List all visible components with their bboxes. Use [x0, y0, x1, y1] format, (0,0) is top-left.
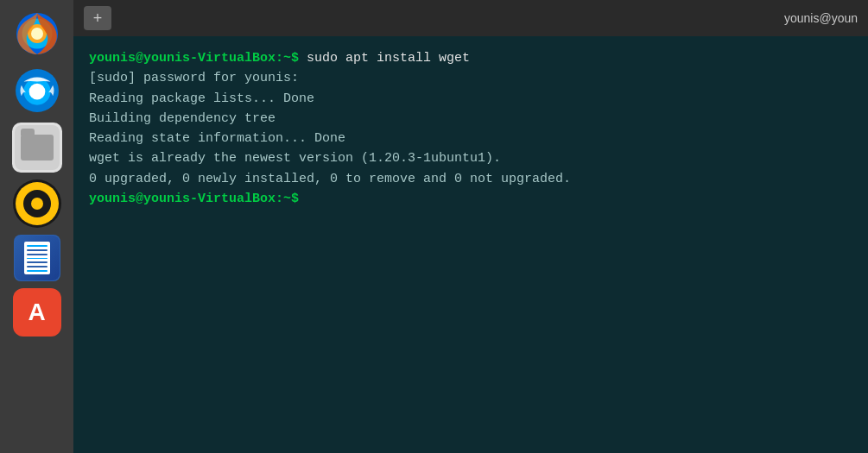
- sidebar-item-files[interactable]: [12, 123, 62, 173]
- sidebar-item-writer[interactable]: [14, 235, 60, 281]
- terminal-line-8: younis@younis-VirtualBox:~$: [89, 189, 852, 209]
- sidebar-item-appstore[interactable]: A: [13, 288, 61, 337]
- terminal-line-5: Reading state information... Done: [89, 129, 852, 148]
- sidebar: A: [0, 0, 73, 453]
- terminal-line-2: [sudo] password for younis:: [89, 68, 852, 88]
- prompt-1: younis@younis-VirtualBox:~$: [89, 51, 299, 66]
- prompt-2: younis@younis-VirtualBox:~$: [89, 192, 299, 206]
- terminal-line-6: wget is already the newest version (1.20…: [89, 148, 852, 168]
- sidebar-item-firefox[interactable]: [12, 9, 62, 59]
- terminal-line-1: younis@younis-VirtualBox:~$ sudo apt ins…: [89, 48, 852, 68]
- terminal-titlebar: + younis@youn: [73, 0, 868, 36]
- new-tab-button[interactable]: +: [84, 6, 111, 30]
- sidebar-item-rhythmbox[interactable]: [13, 179, 61, 228]
- terminal-title-user: younis@youn: [784, 11, 858, 25]
- sidebar-item-thunderbird[interactable]: [12, 66, 62, 116]
- appstore-icon-label: A: [28, 299, 45, 326]
- svg-point-6: [29, 84, 45, 100]
- terminal-window: + younis@youn younis@younis-VirtualBox:~…: [73, 0, 868, 453]
- cmd-1: sudo apt install wget: [299, 51, 470, 66]
- folder-icon: [21, 135, 54, 160]
- svg-point-3: [31, 28, 43, 40]
- terminal-line-4: Building dependency tree: [89, 109, 852, 129]
- terminal-line-3: Reading package lists... Done: [89, 89, 852, 109]
- terminal-line-7: 0 upgraded, 0 newly installed, 0 to remo…: [89, 169, 852, 189]
- terminal-content[interactable]: younis@younis-VirtualBox:~$ sudo apt ins…: [73, 36, 868, 453]
